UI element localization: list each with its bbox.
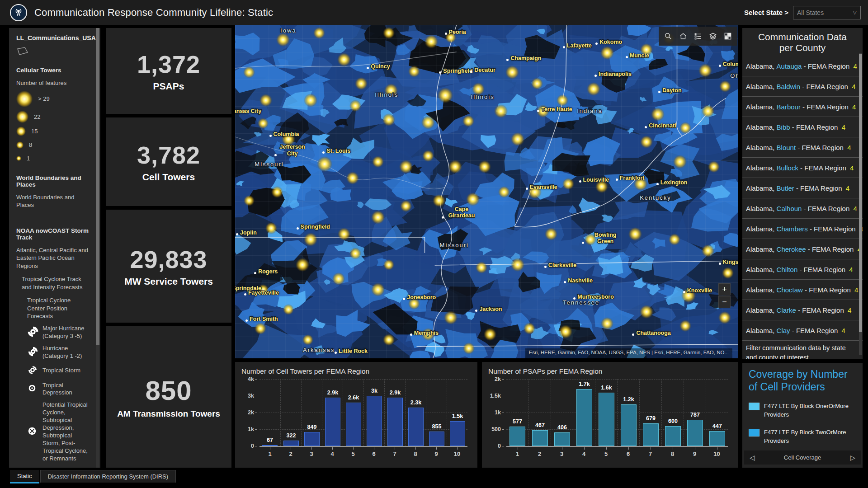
county-row[interactable]: Alabama, Chambers - FEMA Region 4 bbox=[742, 219, 863, 239]
bar-region-7[interactable] bbox=[387, 398, 402, 446]
cell-tower-glow bbox=[640, 136, 653, 148]
stat-value: 29,833 bbox=[130, 245, 207, 273]
layers-icon[interactable] bbox=[705, 27, 720, 46]
county-row[interactable]: Alabama, Baldwin - FEMA Region 4 bbox=[742, 76, 863, 97]
bar-region-9[interactable] bbox=[429, 432, 444, 446]
county-row[interactable]: Alabama, Autauga - FEMA Region 4 bbox=[742, 56, 863, 76]
bar-region-9[interactable] bbox=[687, 420, 703, 446]
county-row[interactable]: Alabama, Butler - FEMA Region 4 bbox=[742, 178, 863, 198]
legend-icon[interactable] bbox=[690, 27, 705, 46]
major-hurricane-icon bbox=[27, 326, 39, 339]
bar-region-4[interactable] bbox=[325, 398, 340, 446]
map-label-state: Illinois bbox=[471, 93, 495, 100]
bar-region-7[interactable] bbox=[643, 423, 659, 446]
zoom-in-button[interactable]: + bbox=[718, 283, 731, 296]
county-row[interactable]: Alabama, Clarke - FEMA Region 4 bbox=[742, 300, 863, 320]
bar-region-3[interactable] bbox=[554, 432, 570, 446]
bar-region-10[interactable] bbox=[450, 421, 465, 446]
cell-tower-glow bbox=[304, 233, 317, 246]
tropical-depression-icon bbox=[27, 383, 39, 395]
bar-region-1[interactable] bbox=[509, 427, 525, 446]
cell-tower-glow bbox=[702, 105, 714, 117]
map-label-state: Indiana bbox=[577, 107, 603, 114]
next-arrow-icon[interactable]: ▷ bbox=[844, 454, 861, 462]
cell-tower-glow bbox=[302, 334, 313, 345]
map-label-city: Rogers bbox=[258, 268, 278, 275]
cell-tower-glow bbox=[338, 228, 350, 240]
map-label-city: Frankfort bbox=[620, 175, 645, 181]
coverage-title: Coverage by Number of Cell Providers bbox=[749, 368, 856, 393]
map-label-city: Cape Girardeau bbox=[446, 206, 477, 219]
map[interactable]: IowaPeoriaKokomoLafayetteMuncieChampaign… bbox=[235, 25, 738, 358]
cell-tower-glow bbox=[383, 259, 394, 270]
search-icon[interactable] bbox=[660, 27, 675, 46]
bar-region-10[interactable] bbox=[709, 431, 725, 446]
stat-label: MW Service Towers bbox=[119, 276, 218, 287]
sidebar-scrollbar[interactable] bbox=[96, 28, 99, 468]
tropical-storm-icon bbox=[27, 365, 39, 377]
county-row[interactable]: Alabama, Chilton - FEMA Region 4 bbox=[742, 259, 863, 280]
bar-region-6[interactable] bbox=[367, 396, 382, 446]
bar-region-2[interactable] bbox=[532, 430, 548, 446]
storm-legend-item: Tropical Storm bbox=[16, 365, 89, 377]
prev-arrow-icon[interactable]: ◁ bbox=[744, 454, 760, 462]
map-label-city: Nashville bbox=[568, 277, 593, 284]
basemap-icon[interactable] bbox=[720, 27, 735, 46]
cell-tower-glow bbox=[408, 66, 420, 77]
cell-tower-glow bbox=[476, 262, 487, 273]
cell-tower-glow bbox=[511, 258, 524, 272]
zoom-out-button[interactable]: − bbox=[718, 296, 731, 308]
bar-region-1[interactable] bbox=[262, 445, 277, 446]
county-row[interactable]: Alabama, Calhoun - FEMA Region 4 bbox=[742, 198, 863, 219]
bar-region-4[interactable] bbox=[576, 389, 592, 446]
county-scrollbar[interactable] bbox=[859, 53, 862, 355]
storm-legend-item: Tropical Depression bbox=[16, 382, 89, 397]
tab-dirs[interactable]: Disaster Information Reporting System (D… bbox=[40, 470, 176, 483]
world-boundaries-heading: World Boundaries and Places bbox=[16, 174, 89, 188]
cell-tower-glow bbox=[421, 116, 435, 129]
cell-tower-glow bbox=[511, 132, 524, 146]
cell-tower-glow bbox=[545, 228, 557, 240]
home-icon[interactable] bbox=[675, 27, 690, 46]
tab-static[interactable]: Static bbox=[10, 470, 39, 483]
state-dropdown-value: All States bbox=[797, 9, 824, 16]
bar-region-8[interactable] bbox=[665, 426, 681, 446]
cell-tower-glow bbox=[466, 192, 480, 206]
map-label-city: Columbus bbox=[723, 61, 738, 67]
county-row[interactable]: Alabama, Bibb - FEMA Region 4 bbox=[742, 117, 863, 137]
potential-cyclone-icon bbox=[27, 426, 39, 438]
hurricane-icon bbox=[27, 346, 39, 359]
bar-region-6[interactable] bbox=[621, 404, 637, 446]
cell-tower-glow bbox=[524, 323, 535, 334]
map-label-city: Springfield bbox=[443, 68, 472, 74]
cell-tower-glow bbox=[425, 35, 438, 48]
size-legend-item: 22 bbox=[16, 111, 89, 123]
cell-tower-glow bbox=[271, 186, 283, 198]
cell-tower-glow bbox=[372, 156, 384, 168]
map-label-state: Illinois bbox=[375, 91, 398, 98]
sidebar-scroll-thumb[interactable] bbox=[96, 28, 99, 345]
cell-tower-glow bbox=[399, 160, 413, 174]
cell-tower-glow bbox=[349, 100, 361, 112]
map-label-city: Knoxville bbox=[687, 287, 712, 294]
cell-tower-glow bbox=[383, 334, 395, 346]
map-label-city: Little Rock bbox=[339, 348, 368, 354]
county-row[interactable]: Alabama, Blount - FEMA Region 4 bbox=[742, 137, 863, 158]
size-legend-item: 8 bbox=[16, 140, 89, 150]
county-row[interactable]: Alabama, Choctaw - FEMA Region 4 bbox=[742, 280, 863, 300]
cell-tower-glow bbox=[498, 186, 510, 198]
bar-region-3[interactable] bbox=[304, 432, 319, 446]
cell-tower-glow bbox=[317, 156, 332, 172]
bar-region-5[interactable] bbox=[346, 403, 361, 446]
county-row[interactable]: Alabama, Cherokee - FEMA Region 4 bbox=[742, 239, 863, 259]
bar-region-8[interactable] bbox=[408, 408, 423, 446]
size-legend-item: 15 bbox=[16, 127, 89, 136]
county-row[interactable]: Alabama, Clay - FEMA Region 4 bbox=[742, 320, 863, 341]
county-scroll-thumb[interactable] bbox=[859, 54, 862, 332]
state-dropdown[interactable]: All States ▽ bbox=[793, 6, 861, 19]
bar-region-2[interactable] bbox=[283, 441, 298, 446]
county-row[interactable]: Alabama, Bullock - FEMA Region 4 bbox=[742, 158, 863, 178]
map-label-city: Lexington bbox=[660, 179, 688, 186]
county-row[interactable]: Alabama, Barbour - FEMA Region 4 bbox=[742, 97, 863, 117]
bar-region-5[interactable] bbox=[599, 393, 614, 446]
